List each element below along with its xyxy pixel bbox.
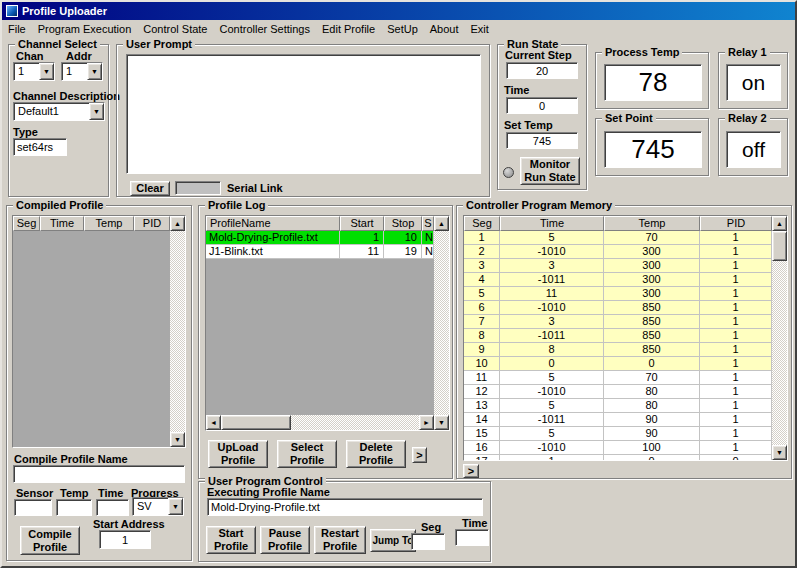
vertical-scrollbar[interactable]: ▲ ▼ (434, 216, 449, 430)
set-point-title: Set Point (602, 112, 656, 124)
seg-input[interactable] (411, 533, 445, 550)
memory-row[interactable]: 115701 (464, 371, 772, 385)
window-title: Profile Uploader (22, 5, 107, 17)
memory-row[interactable]: 988501 (464, 343, 772, 357)
chevron-down-icon[interactable]: ▼ (89, 103, 104, 120)
memory-row[interactable]: 135801 (464, 399, 772, 413)
profile-log-row[interactable]: J1-Blink.txt1119N (206, 245, 434, 259)
controller-memory-header: SegTimeTempPID (464, 216, 787, 231)
relay1-title: Relay 1 (725, 46, 770, 58)
profile-log-body: Mold-Drying-Profile.txt110NJ1-Blink.txt1… (206, 231, 434, 415)
pause-profile-button[interactable]: Pause Profile (260, 526, 310, 554)
time-input[interactable] (455, 529, 489, 546)
time-input[interactable] (96, 499, 129, 516)
scroll-down-button[interactable]: ▼ (434, 415, 449, 430)
menu-item-file[interactable]: File (2, 22, 32, 36)
compile-profile-button[interactable]: Compile Profile (20, 526, 80, 555)
scroll-thumb[interactable] (772, 231, 787, 261)
chevron-down-icon[interactable]: ▼ (168, 498, 183, 515)
restart-profile-button[interactable]: Restart Profile (314, 526, 366, 554)
start-address-input[interactable] (99, 530, 151, 549)
memory-row[interactable]: 738501 (464, 315, 772, 329)
memory-row[interactable]: 16-10101001 (464, 441, 772, 455)
delete-profile-button[interactable]: Delete Profile (346, 440, 406, 468)
sensor-input[interactable] (14, 499, 52, 516)
column-header: Temp (604, 216, 700, 231)
scroll-right-button[interactable]: ► (419, 415, 434, 430)
addr-select[interactable]: 1 ▼ (61, 62, 103, 81)
profile-log-header: ProfileNameStartStopS (206, 216, 449, 231)
horizontal-scrollbar[interactable]: ◄ ► (206, 415, 434, 430)
scroll-left-button[interactable]: ◄ (206, 415, 221, 430)
memory-row[interactable]: 2-10103001 (464, 245, 772, 259)
chan-label: Chan (16, 50, 44, 62)
memory-row[interactable]: 4-10113001 (464, 273, 772, 287)
menu-item-controller-settings[interactable]: Controller Settings (213, 22, 316, 36)
monitor-run-state-button[interactable]: Monitor Run State (520, 157, 580, 185)
vertical-scrollbar[interactable]: ▲ ▼ (170, 216, 185, 447)
memory-row[interactable]: 17100 (464, 455, 772, 460)
process-temp-group: Process Temp 78 (595, 52, 709, 109)
start-profile-button[interactable]: Start Profile (206, 526, 256, 554)
profile-log-group: Profile Log ProfileNameStartStopS Mold-D… (198, 205, 453, 479)
memory-row[interactable]: 15701 (464, 231, 772, 245)
menu-item-exit[interactable]: Exit (465, 22, 495, 36)
profile-log-table: ProfileNameStartStopS Mold-Drying-Profil… (205, 215, 450, 431)
monitor-led-icon (503, 167, 514, 178)
memory-row[interactable]: 333001 (464, 259, 772, 273)
user-prompt-textarea[interactable] (126, 54, 481, 174)
memory-row[interactable]: 6-10108501 (464, 301, 772, 315)
chan-select[interactable]: 1 ▼ (13, 62, 55, 81)
relay1-value: on (726, 64, 781, 101)
channel-description-select[interactable]: Default1 ▼ (13, 102, 105, 121)
menu-item-control-state[interactable]: Control State (137, 22, 213, 36)
menu-bar: FileProgram ExecutionControl StateContro… (2, 20, 795, 37)
compiled-profile-group: Compiled Profile SegTimeTempPID ▲ ▼ Comp… (6, 205, 192, 561)
menu-item-program-execution[interactable]: Program Execution (32, 22, 138, 36)
menu-item-setup[interactable]: SetUp (381, 22, 424, 36)
memory-row[interactable]: 12-1010801 (464, 385, 772, 399)
clear-button[interactable]: Clear (130, 181, 170, 196)
controller-memory-body: 157012-101030013330014-1011300151130016-… (464, 231, 772, 460)
app-window: Profile Uploader FileProgram ExecutionCo… (0, 0, 797, 568)
scroll-down-button[interactable]: ▼ (170, 432, 185, 447)
jump-to-button[interactable]: Jump To (370, 529, 416, 552)
profile-log-more-button[interactable]: > (412, 447, 427, 463)
executing-profile-name-input[interactable] (207, 498, 483, 516)
compile-profile-name-input[interactable] (13, 465, 185, 483)
column-header: Seg (464, 216, 500, 231)
vertical-scrollbar[interactable]: ▲ ▼ (772, 216, 787, 460)
process-temp-value: 78 (604, 64, 702, 101)
chevron-down-icon[interactable]: ▼ (39, 63, 54, 80)
time-value: 0 (506, 97, 578, 114)
controller-memory-table: SegTimeTempPID 157012-101030013330014-10… (463, 215, 788, 461)
chevron-down-icon[interactable]: ▼ (87, 63, 102, 80)
select-profile-button[interactable]: Select Profile (277, 440, 337, 468)
column-header: Temp (84, 216, 134, 231)
column-header: Seg (13, 216, 40, 231)
column-header: PID (700, 216, 772, 231)
temp-input[interactable] (56, 499, 92, 516)
memory-more-button[interactable]: > (463, 464, 479, 478)
memory-row[interactable]: 8-10118501 (464, 329, 772, 343)
scroll-down-button[interactable]: ▼ (772, 445, 787, 460)
menu-item-about[interactable]: About (424, 22, 465, 36)
seg-label: Seg (421, 521, 441, 533)
set-point-value: 745 (604, 131, 702, 168)
memory-row[interactable]: 155901 (464, 427, 772, 441)
controller-memory-title: Controller Program Memory (463, 199, 615, 211)
memory-row[interactable]: 10001 (464, 357, 772, 371)
memory-row[interactable]: 14-1011901 (464, 413, 772, 427)
column-header: PID (134, 216, 170, 231)
compiled-profile-body (13, 231, 170, 447)
arrow-left-icon: ◄ (210, 419, 217, 426)
temp-label: Temp (60, 487, 89, 499)
profile-log-row[interactable]: Mold-Drying-Profile.txt110N (206, 231, 434, 245)
memory-row[interactable]: 5113001 (464, 287, 772, 301)
arrow-down-icon: ▼ (438, 419, 445, 426)
progress-select[interactable]: SV ▼ (132, 497, 184, 516)
scroll-thumb[interactable] (221, 415, 291, 430)
menu-item-edit-profile[interactable]: Edit Profile (316, 22, 381, 36)
column-header: Time (500, 216, 604, 231)
upload-profile-button[interactable]: UpLoad Profile (208, 440, 268, 468)
